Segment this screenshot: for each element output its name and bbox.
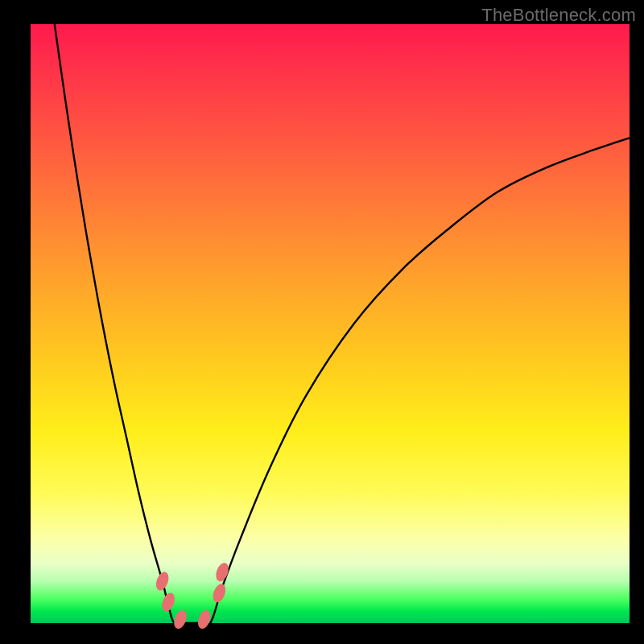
plot-area — [31, 24, 630, 623]
curve-marker — [154, 570, 171, 592]
watermark-label: TheBottleneck.com — [481, 5, 636, 26]
chart-frame: TheBottleneck.com — [0, 0, 644, 644]
curve-marker — [171, 609, 188, 630]
curve-marker — [159, 591, 176, 613]
bottleneck-curve — [31, 24, 630, 623]
curve-marker — [196, 609, 213, 630]
curve-marker — [211, 582, 228, 604]
bottleneck-line — [55, 24, 630, 626]
